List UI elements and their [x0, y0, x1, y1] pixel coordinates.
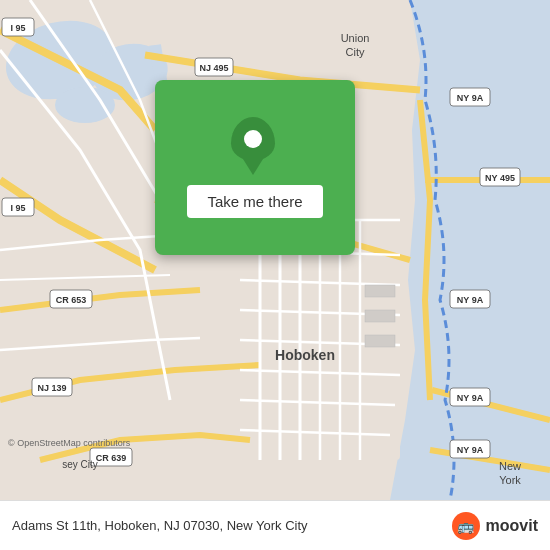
svg-text:NJ 139: NJ 139: [37, 383, 66, 393]
map-container: I 95 I 95 NJ 495 CR 653 NJ 139 CR 639 NY…: [0, 0, 550, 500]
svg-text:City: City: [346, 46, 365, 58]
moovit-text: moovit: [486, 517, 538, 535]
svg-text:sey City: sey City: [62, 459, 98, 470]
svg-rect-47: [365, 285, 395, 297]
svg-text:NY 495: NY 495: [485, 173, 515, 183]
svg-text:NY 9A: NY 9A: [457, 295, 484, 305]
address-text: Adams St 11th, Hoboken, NJ 07030, New Yo…: [12, 518, 452, 533]
svg-text:CR 653: CR 653: [56, 295, 87, 305]
svg-text:New: New: [499, 460, 521, 472]
bottom-bar: Adams St 11th, Hoboken, NJ 07030, New Yo…: [0, 500, 550, 550]
svg-text:NY 9A: NY 9A: [457, 445, 484, 455]
svg-marker-0: [390, 0, 550, 500]
svg-rect-48: [365, 310, 395, 322]
svg-text:I 95: I 95: [10, 23, 25, 33]
moovit-logo: 🚌 moovit: [452, 512, 538, 540]
pin-inner: [244, 130, 262, 148]
svg-text:York: York: [499, 474, 521, 486]
osm-attribution: © OpenStreetMap contributors: [8, 438, 130, 448]
location-pin: [231, 117, 279, 173]
svg-text:Union: Union: [341, 32, 370, 44]
svg-text:CR 639: CR 639: [96, 453, 127, 463]
pin-circle: [231, 117, 275, 161]
svg-text:NJ 495: NJ 495: [199, 63, 228, 73]
take-me-there-button[interactable]: Take me there: [187, 185, 322, 218]
moovit-icon: 🚌: [452, 512, 480, 540]
svg-point-3: [55, 87, 115, 123]
svg-text:I 95: I 95: [10, 203, 25, 213]
action-panel: Take me there: [155, 80, 355, 255]
svg-text:Hoboken: Hoboken: [275, 347, 335, 363]
moovit-icon-letter: 🚌: [457, 518, 474, 534]
svg-text:NY 9A: NY 9A: [457, 93, 484, 103]
svg-text:NY 9A: NY 9A: [457, 393, 484, 403]
svg-rect-49: [365, 335, 395, 347]
